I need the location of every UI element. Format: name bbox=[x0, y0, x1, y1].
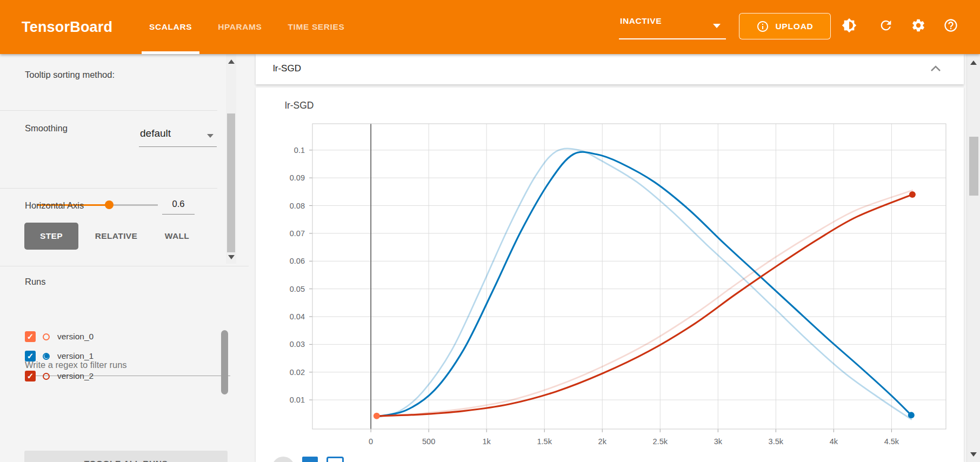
svg-text:0.08: 0.08 bbox=[290, 202, 305, 210]
run-radio[interactable] bbox=[43, 333, 50, 340]
svg-text:0.09: 0.09 bbox=[290, 173, 305, 182]
tooltip-sorting-value: default bbox=[140, 128, 171, 139]
horizontal-axis-label: Horizontal Axis bbox=[25, 200, 84, 211]
axis-button-relative[interactable]: RELATIVE bbox=[81, 223, 151, 250]
refresh-icon[interactable] bbox=[878, 17, 894, 34]
scroll-down-arrow-icon[interactable] bbox=[228, 255, 235, 259]
svg-text:3.5k: 3.5k bbox=[769, 437, 784, 446]
tooltip-sorting-select[interactable]: default bbox=[139, 124, 217, 147]
run-checkbox[interactable]: ✓ bbox=[25, 371, 36, 381]
svg-text:0.02: 0.02 bbox=[290, 368, 305, 377]
axis-button-step[interactable]: STEP bbox=[24, 223, 78, 250]
divider bbox=[0, 266, 249, 266]
axis-button-wall[interactable]: WALL bbox=[154, 223, 200, 250]
status-dropdown-underline bbox=[619, 38, 726, 39]
status-dropdown[interactable]: INACTIVE bbox=[619, 0, 728, 54]
svg-text:0.06: 0.06 bbox=[290, 257, 305, 265]
smoothing-label: Smoothing bbox=[25, 123, 68, 133]
run-row: ✓ version_2 bbox=[25, 366, 219, 386]
svg-text:0.04: 0.04 bbox=[290, 312, 305, 321]
card-action-circle-button[interactable] bbox=[272, 457, 295, 462]
runs-label: Runs bbox=[25, 277, 46, 287]
svg-text:4.5k: 4.5k bbox=[884, 437, 899, 446]
divider bbox=[0, 188, 217, 189]
line-chart[interactable]: 0.10.090.080.070.060.050.040.030.020.010… bbox=[277, 117, 958, 457]
scalar-section-header[interactable]: lr-SGD bbox=[256, 54, 964, 84]
svg-text:4k: 4k bbox=[830, 437, 838, 446]
toggle-all-runs-button[interactable]: TOGGLE ALL RUNS bbox=[24, 451, 228, 462]
svg-text:2k: 2k bbox=[598, 437, 607, 446]
chevron-down-icon bbox=[713, 24, 721, 28]
divider bbox=[0, 110, 217, 111]
svg-text:0.07: 0.07 bbox=[290, 229, 305, 238]
tab-bar: SCALARS HPARAMS TIME SERIES bbox=[136, 0, 357, 54]
collapse-section-button[interactable] bbox=[930, 65, 941, 72]
scrollbar-thumb[interactable] bbox=[969, 137, 978, 196]
help-icon[interactable] bbox=[943, 17, 959, 34]
tab-hparams[interactable]: HPARAMS bbox=[205, 0, 275, 54]
section-title: lr-SGD bbox=[273, 63, 301, 74]
chevron-down-icon bbox=[207, 134, 214, 138]
contrast-icon[interactable] bbox=[841, 17, 857, 34]
run-row: ✓ version_0 bbox=[25, 327, 219, 346]
svg-text:2.5k: 2.5k bbox=[653, 437, 668, 446]
app-title: TensorBoard bbox=[22, 0, 112, 54]
sidebar: Tooltip sorting method: default Smoothin… bbox=[0, 54, 249, 462]
run-radio[interactable] bbox=[43, 353, 50, 360]
runs-scrollbar-thumb[interactable] bbox=[221, 330, 228, 394]
scrollbar-thumb[interactable] bbox=[227, 113, 235, 252]
run-row: ✓ version_1 bbox=[25, 346, 219, 366]
tab-time-series[interactable]: TIME SERIES bbox=[275, 0, 358, 54]
upload-button[interactable]: UPLOAD bbox=[739, 13, 831, 39]
svg-text:0.01: 0.01 bbox=[290, 396, 305, 404]
tooltip-sorting-label: Tooltip sorting method: bbox=[25, 69, 119, 81]
svg-text:0.05: 0.05 bbox=[290, 285, 305, 293]
run-radio[interactable] bbox=[43, 373, 50, 380]
chart-title: lr-SGD bbox=[285, 100, 314, 111]
svg-text:500: 500 bbox=[422, 437, 435, 446]
settings-scrollbar[interactable] bbox=[226, 54, 236, 264]
run-checkbox[interactable]: ✓ bbox=[25, 351, 36, 361]
svg-text:1.5k: 1.5k bbox=[537, 437, 552, 446]
svg-text:1k: 1k bbox=[483, 437, 491, 446]
svg-text:0.03: 0.03 bbox=[290, 340, 305, 349]
scroll-up-arrow-icon[interactable] bbox=[970, 61, 977, 65]
svg-text:0.1: 0.1 bbox=[294, 146, 305, 155]
chevron-up-icon bbox=[930, 65, 941, 72]
run-name[interactable]: version_1 bbox=[57, 351, 94, 361]
pin-card-button[interactable] bbox=[302, 457, 318, 462]
scroll-down-arrow-icon[interactable] bbox=[970, 452, 977, 457]
smoothing-value[interactable]: 0.6 bbox=[162, 199, 195, 215]
app-header: TensorBoard SCALARS HPARAMS TIME SERIES … bbox=[0, 0, 980, 54]
tab-scalars[interactable]: SCALARS bbox=[136, 0, 205, 54]
scroll-up-arrow-icon[interactable] bbox=[228, 59, 235, 64]
run-name[interactable]: version_2 bbox=[57, 371, 94, 381]
run-checkbox[interactable]: ✓ bbox=[25, 331, 36, 342]
info-icon bbox=[756, 20, 769, 33]
chart-card: lr-SGD 0.10.090.080.070.060.050.040.030.… bbox=[256, 88, 964, 462]
expand-card-button[interactable] bbox=[326, 457, 344, 462]
svg-text:0: 0 bbox=[369, 437, 373, 446]
status-dropdown-value: INACTIVE bbox=[620, 16, 662, 26]
page-scrollbar[interactable] bbox=[966, 54, 980, 462]
radio-dot bbox=[44, 354, 49, 358]
run-name[interactable]: version_0 bbox=[57, 332, 94, 342]
slider-knob[interactable] bbox=[105, 200, 114, 209]
svg-text:3k: 3k bbox=[714, 437, 723, 446]
upload-button-label: UPLOAD bbox=[775, 22, 813, 31]
settings-icon[interactable] bbox=[910, 17, 926, 34]
